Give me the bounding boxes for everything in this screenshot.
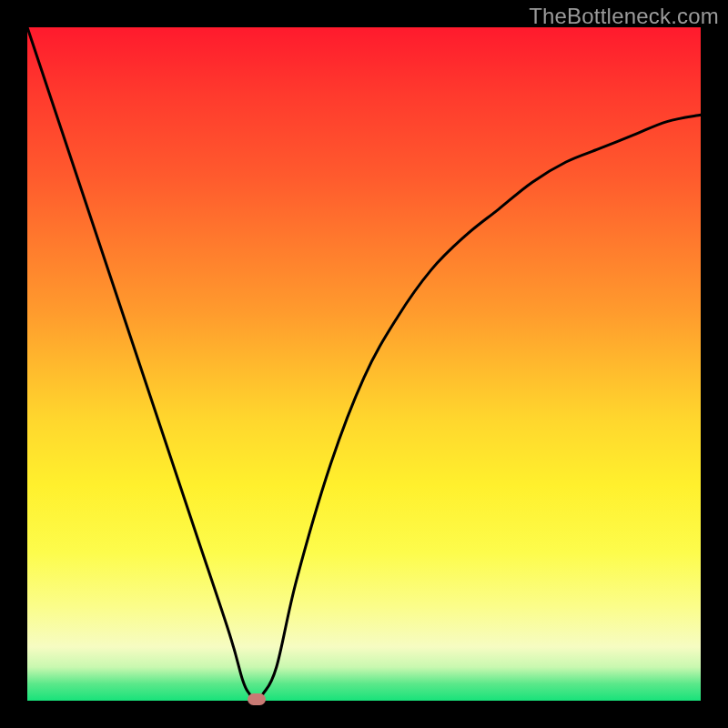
- optimum-marker: [248, 693, 266, 705]
- watermark-text: TheBottleneck.com: [529, 4, 719, 29]
- bottleneck-curve: [27, 27, 701, 701]
- chart-frame: TheBottleneck.com: [0, 0, 728, 728]
- plot-area: [27, 27, 701, 701]
